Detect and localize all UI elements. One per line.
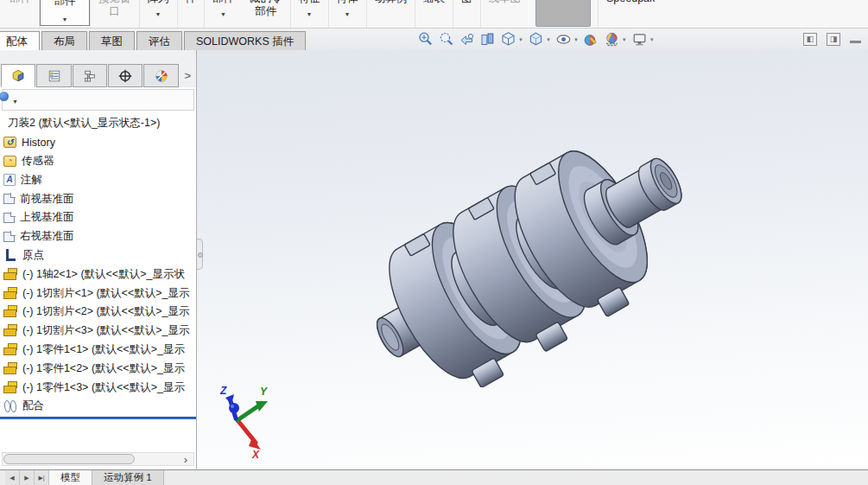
section-view-button[interactable] (479, 31, 496, 48)
scrollbar-thumb[interactable] (3, 454, 135, 464)
part-icon (3, 324, 17, 337)
caret-down-icon[interactable]: ▼ (345, 8, 351, 21)
edit-appearance-button[interactable] (583, 31, 599, 48)
display-style-button[interactable]: ▼ (528, 31, 551, 48)
preview-window-button: 预览窗口 (91, 0, 139, 18)
featuremanager-cube-icon (11, 69, 25, 83)
bill-of-materials-button[interactable]: 细表 (415, 0, 453, 5)
show-hidden-components-button[interactable]: 藏的零部件 (242, 0, 290, 18)
tab-evaluate[interactable]: 评估 (136, 31, 182, 50)
part-icon (3, 268, 17, 281)
dimxpertmanager-tab[interactable] (108, 64, 143, 87)
tree-item-component[interactable]: (-) 1轴2<1> (默认<<默认>_显示状 (0, 265, 196, 284)
tree-item-component[interactable]: (-) 1零件1<1> (默认<<默认>_显示 (0, 341, 196, 360)
propertymanager-list-icon (48, 69, 61, 83)
configurationmanager-tab[interactable] (73, 64, 107, 87)
tree-item-mates[interactable]: 配合 (0, 397, 196, 416)
scroll-right-arrow[interactable]: › (178, 453, 193, 465)
tree-item-history[interactable]: ↺History (0, 133, 196, 152)
tree-item-component[interactable]: (-) 1切割片<2> (默认<<默认>_显示 (0, 303, 196, 322)
panel-splitter-handle[interactable] (197, 239, 203, 270)
graphics-viewport[interactable]: Z Y X (197, 50, 868, 469)
zoom-to-area-icon (438, 31, 454, 48)
featuremanager-tree-tab[interactable] (1, 64, 35, 87)
tree-item-component[interactable]: (-) 1切割片<1> (默认<<默认>_显示 (0, 284, 196, 303)
part-icon (3, 381, 17, 394)
edit-appearance-icon (583, 31, 599, 48)
triad-z-label: Z (219, 385, 227, 397)
bottom-tabbar: ◀ ▶ ▶| 模型 运动算例 1 (0, 469, 868, 485)
monitor-icon (631, 31, 648, 48)
tree-item-origin[interactable]: 原点 (0, 246, 196, 265)
tree-item-component[interactable]: (-) 1零件1<3> (默认<<默认>_显示 (0, 378, 196, 397)
hide-show-items-button[interactable]: ▼ (555, 31, 579, 48)
move-component-button[interactable]: 部件▼ (205, 0, 242, 21)
smart-fasteners-button[interactable]: 件 (178, 0, 205, 5)
triad-y-label: Y (260, 386, 268, 398)
tree-item-right-plane[interactable]: 右视基准面 (0, 227, 196, 246)
view-orientation-icon (500, 31, 516, 48)
speedpak-button[interactable]: Speedpak (599, 0, 662, 5)
tree-item-component[interactable]: (-) 1切割片<3> (默认<<默认>_显示 (0, 322, 196, 341)
caret-down-icon[interactable]: ▼ (518, 37, 523, 42)
propertymanager-tab[interactable] (36, 64, 71, 87)
collapse-left-pane-button[interactable]: ◧ (803, 33, 817, 46)
appearance-swatch-button[interactable] (535, 0, 591, 27)
command-manager-tabbar: 配体 布局 草图 评估 SOLIDWORKS 插件 ▼ ▼ ▼ ▼ ▼ ◧ ◨ (0, 28, 868, 50)
tab-scroll-last-button[interactable]: ▶| (35, 470, 49, 485)
insert-components-button[interactable]: 部件▼ (40, 0, 90, 26)
view-orientation-button[interactable]: ▼ (500, 31, 523, 48)
caret-down-icon[interactable]: ▼ (12, 99, 18, 105)
tree-item-component[interactable]: (-) 1零件1<2> (默认<<默认>_显示 (0, 359, 196, 378)
zoom-to-fit-icon (417, 31, 434, 48)
reference-geometry-button[interactable]: 何体▼ (329, 0, 366, 21)
display-style-icon (528, 31, 544, 48)
eye-icon (555, 31, 572, 48)
caret-down-icon[interactable]: ▼ (573, 37, 579, 42)
tree-item-front-plane[interactable]: 前视基准面 (0, 189, 196, 208)
assembly-features-button[interactable]: 特征▼ (291, 0, 328, 21)
tab-motion-study-1[interactable]: 运动算例 1 (92, 470, 164, 485)
new-motion-study-button[interactable]: 动算例 (367, 0, 415, 5)
tree-filter-row[interactable]: ▼ (2, 89, 194, 111)
sensors-folder-icon: ◔ (3, 156, 16, 167)
tab-assembly[interactable]: 配体 (0, 31, 40, 50)
panel-expand-arrow[interactable]: > (180, 64, 196, 87)
tab-layout[interactable]: 布局 (41, 31, 87, 50)
caret-down-icon[interactable]: ▼ (307, 8, 313, 21)
collapse-right-pane-button[interactable]: ◨ (827, 33, 840, 46)
caret-down-icon[interactable]: ▼ (62, 13, 68, 26)
mates-paperclip-icon (3, 399, 17, 412)
tab-model[interactable]: 模型 (49, 470, 92, 485)
tree-item-sensors[interactable]: ◔传感器 (0, 152, 196, 171)
apply-scene-button[interactable]: ▼ (604, 31, 627, 48)
caret-down-icon[interactable]: ▼ (155, 8, 162, 21)
caret-down-icon[interactable]: ▼ (622, 37, 627, 42)
tab-solidworks-addins[interactable]: SOLIDWORKS 插件 (184, 31, 306, 50)
tab-scroll-next-button[interactable]: ▶ (20, 470, 35, 485)
caret-down-icon[interactable]: ▼ (546, 37, 551, 42)
main-area: > ▼ 刀装2 (默认<默认_显示状态-1>) ↺History ◔传感器 A注… (0, 50, 868, 469)
minimize-icon[interactable] (850, 41, 861, 43)
feature-manager-panel: > ▼ 刀装2 (默认<默认_显示状态-1>) ↺History ◔传感器 A注… (0, 50, 197, 469)
previous-view-button[interactable] (459, 31, 475, 48)
tab-scroll-first-button[interactable]: ◀ (5, 470, 20, 485)
tree-item-annotations[interactable]: A注解 (0, 170, 196, 189)
tab-sketch[interactable]: 草图 (89, 31, 135, 50)
zoom-to-area-button[interactable] (438, 31, 454, 48)
tree-horizontal-scrollbar[interactable]: › (2, 452, 194, 466)
ribbon-toolbar: 部件 部件▼ 预览窗口 阵列▼ 件 部件▼ 藏的零部件 特征▼ 何体▼ 动算例 … (0, 0, 868, 28)
rollback-bar[interactable] (0, 417, 196, 419)
exploded-view-button[interactable]: 图 (453, 0, 480, 5)
component-pattern-button[interactable]: 阵列▼ (140, 0, 177, 21)
view-settings-button[interactable]: ▼ (631, 31, 655, 48)
tree-item-top-plane[interactable]: 上视基准面 (0, 208, 196, 227)
displaymanager-tab[interactable] (143, 64, 178, 87)
zoom-to-fit-button[interactable] (417, 31, 434, 48)
part-icon (3, 287, 17, 300)
tree-root-assembly[interactable]: 刀装2 (默认<默认_显示状态-1>) (0, 114, 196, 133)
configurationmanager-icon (83, 69, 97, 83)
caret-down-icon[interactable]: ▼ (649, 37, 655, 42)
assembly-model[interactable] (361, 128, 698, 387)
caret-down-icon[interactable]: ▼ (220, 8, 226, 21)
